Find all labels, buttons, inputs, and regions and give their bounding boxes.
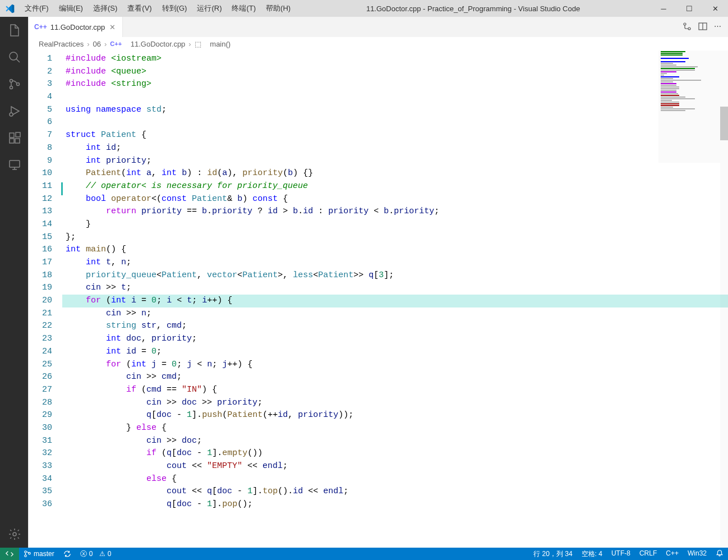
menu-go[interactable]: 转到(G) xyxy=(157,1,192,16)
code-line[interactable]: priority_queue<Patient, vector<Patient>,… xyxy=(62,269,728,282)
code-line[interactable] xyxy=(62,116,728,129)
code-line[interactable]: int doc, priority; xyxy=(62,333,728,346)
code-line[interactable]: if (q[doc - 1].empty()) xyxy=(62,447,728,460)
minimize-button[interactable]: ─ xyxy=(651,0,676,17)
code-line[interactable]: cout << "EMPTY" << endl; xyxy=(62,460,728,473)
vertical-scrollbar[interactable] xyxy=(720,51,728,548)
code-editor[interactable]: 1234567891011121314151617181920212223242… xyxy=(29,51,728,548)
code-line[interactable]: else { xyxy=(62,473,728,486)
menu-file[interactable]: 文件(F) xyxy=(20,1,54,16)
svg-point-2 xyxy=(10,86,13,89)
extensions-icon[interactable] xyxy=(0,125,28,152)
svg-point-3 xyxy=(17,83,20,86)
cpp-filetype-badge: C++ xyxy=(34,23,47,31)
code-line[interactable]: for (int j = 0; j < n; j++) { xyxy=(62,359,728,371)
code-line[interactable]: #include <iostream> xyxy=(62,53,728,66)
titlebar: 文件(F) 编辑(E) 选择(S) 查看(V) 转到(G) 运行(R) 终端(T… xyxy=(0,0,728,17)
code-line[interactable]: #include <string> xyxy=(62,78,728,91)
indentation[interactable]: 空格: 4 xyxy=(577,549,607,559)
svg-rect-9 xyxy=(10,160,20,167)
code-line[interactable]: q[doc - 1].push(Patient(++id, priority))… xyxy=(62,409,728,422)
eol[interactable]: CRLF xyxy=(635,549,661,557)
compare-icon[interactable] xyxy=(683,22,692,33)
platform[interactable]: Win32 xyxy=(683,549,711,557)
cube-icon: ⬚ xyxy=(195,40,201,48)
menu-edit[interactable]: 编辑(E) xyxy=(54,1,88,16)
breadcrumb-realpractices[interactable]: RealPractices› xyxy=(39,40,90,48)
explorer-icon[interactable] xyxy=(0,17,28,44)
code-line[interactable]: string str, cmd; xyxy=(62,320,728,333)
activity-bar xyxy=(0,17,28,548)
menu-help[interactable]: 帮助(H) xyxy=(261,1,296,16)
code-line[interactable]: cin >> doc >> priority; xyxy=(62,397,728,410)
breadcrumb-symbol[interactable]: ⬚ main() xyxy=(195,40,231,48)
git-branch[interactable]: master xyxy=(19,548,59,560)
code-line[interactable]: int id; xyxy=(62,142,728,155)
code-line[interactable]: struct Patient { xyxy=(62,129,728,142)
code-line[interactable]: bool operator<(const Patient& b) const { xyxy=(62,193,728,206)
breadcrumbs[interactable]: RealPractices› 06› C++ 11.GoDoctor.cpp› … xyxy=(29,37,728,51)
code-line[interactable]: if (cmd == "IN") { xyxy=(62,384,728,397)
tab-close-icon[interactable]: ✕ xyxy=(108,22,117,33)
code-line[interactable]: using namespace std; xyxy=(62,104,728,117)
code-line[interactable]: }; xyxy=(62,231,728,244)
code-line[interactable]: cin >> t; xyxy=(62,282,728,295)
line-number-gutter: 1234567891011121314151617181920212223242… xyxy=(29,51,62,548)
breadcrumb-file[interactable]: C++ 11.GoDoctor.cpp› xyxy=(110,40,191,48)
vscode-logo-icon xyxy=(0,4,20,13)
code-line[interactable]: } xyxy=(62,218,728,231)
menu-select[interactable]: 选择(S) xyxy=(88,1,122,16)
menu-terminal[interactable]: 终端(T) xyxy=(227,1,261,16)
svg-point-4 xyxy=(10,113,13,116)
menu-run[interactable]: 运行(R) xyxy=(192,1,227,16)
code-line[interactable]: #include <queue> xyxy=(62,66,728,79)
code-line[interactable]: cin >> n; xyxy=(62,307,728,320)
close-button[interactable]: ✕ xyxy=(702,0,728,17)
code-line[interactable]: int id = 0; xyxy=(62,346,728,359)
code-line[interactable]: // operator< is necessary for priority_q… xyxy=(62,180,728,193)
window-title: 11.GoDoctor.cpp - Practice_of_Programmin… xyxy=(296,4,651,13)
code-line[interactable]: cout << q[doc - 1].top().id << endl; xyxy=(62,485,728,498)
source-control-icon[interactable] xyxy=(0,71,28,98)
more-actions-icon[interactable]: ⋯ xyxy=(714,22,721,33)
error-icon: ⓧ xyxy=(80,549,87,559)
notifications-icon[interactable] xyxy=(711,549,728,557)
code-line[interactable] xyxy=(62,91,728,104)
editor-actions: ⋯ xyxy=(683,22,728,33)
language-mode[interactable]: C++ xyxy=(661,549,683,557)
code-content[interactable]: #include <iostream>#include <queue>#incl… xyxy=(62,51,728,548)
window-controls: ─ ☐ ✕ xyxy=(651,0,728,17)
status-bar: master ⓧ0 ⚠0 行 20，列 34 空格: 4 UTF-8 CRLF … xyxy=(0,548,728,560)
code-line[interactable]: cin >> doc; xyxy=(62,435,728,448)
sync-button[interactable] xyxy=(59,548,76,560)
remote-explorer-icon[interactable] xyxy=(0,152,28,178)
svg-point-12 xyxy=(688,27,690,30)
code-line[interactable]: int main() { xyxy=(62,244,728,256)
svg-point-0 xyxy=(10,52,17,60)
code-line[interactable]: cin >> cmd; xyxy=(62,371,728,384)
tab-godoctor[interactable]: C++ 11.GoDoctor.cpp ✕ xyxy=(29,17,123,37)
menu-bar: 文件(F) 编辑(E) 选择(S) 查看(V) 转到(G) 运行(R) 终端(T… xyxy=(20,1,296,16)
search-icon[interactable] xyxy=(0,44,28,71)
code-line[interactable]: } else { xyxy=(62,422,728,435)
cursor-position[interactable]: 行 20，列 34 xyxy=(529,549,577,559)
warning-icon: ⚠ xyxy=(99,550,105,558)
run-debug-icon[interactable] xyxy=(0,98,28,125)
code-line[interactable]: Patient(int a, int b) : id(a), priority(… xyxy=(62,167,728,180)
split-editor-icon[interactable] xyxy=(698,22,707,33)
code-line[interactable]: int t, n; xyxy=(62,256,728,269)
svg-point-11 xyxy=(684,23,686,25)
editor-area: C++ 11.GoDoctor.cpp ✕ ⋯ RealPractices› 0… xyxy=(28,17,728,548)
code-line[interactable]: return priority == b.priority ? id > b.i… xyxy=(62,205,728,218)
svg-rect-8 xyxy=(16,132,20,137)
code-line[interactable]: q[doc - 1].pop(); xyxy=(62,498,728,511)
remote-indicator[interactable] xyxy=(0,548,19,560)
problems-indicator[interactable]: ⓧ0 ⚠0 xyxy=(76,548,116,560)
maximize-button[interactable]: ☐ xyxy=(676,0,702,17)
menu-view[interactable]: 查看(V) xyxy=(122,1,156,16)
encoding[interactable]: UTF-8 xyxy=(607,549,635,557)
breadcrumb-06[interactable]: 06› xyxy=(93,40,107,48)
code-line[interactable]: int priority; xyxy=(62,155,728,168)
settings-icon[interactable] xyxy=(0,521,28,548)
code-line[interactable]: for (int i = 0; i < t; i++) { xyxy=(62,295,728,307)
